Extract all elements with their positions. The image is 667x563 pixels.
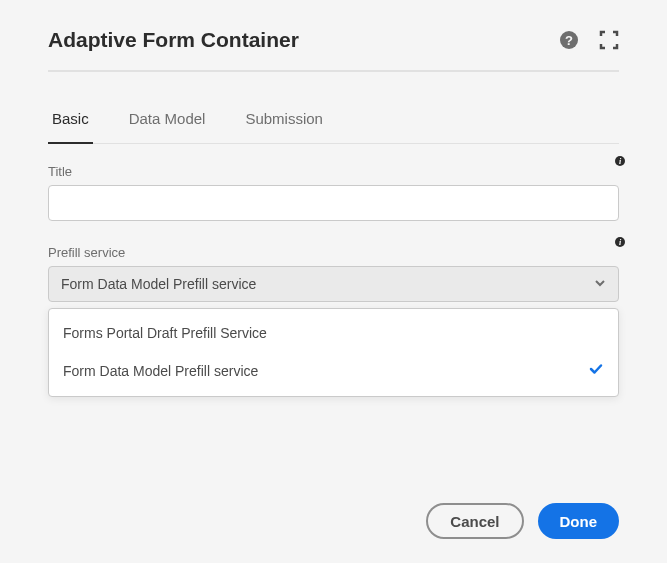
tab-submission[interactable]: Submission (241, 102, 327, 143)
cancel-button[interactable]: Cancel (426, 503, 523, 539)
chevron-down-icon (594, 276, 606, 292)
title-input[interactable] (48, 185, 619, 221)
prefill-option-form-data-model[interactable]: Form Data Model Prefill service (49, 351, 618, 390)
svg-text:?: ? (565, 33, 573, 48)
prefill-label: Prefill service (48, 239, 619, 260)
field-prefill: i Prefill service Form Data Model Prefil… (48, 239, 619, 397)
dialog-title: Adaptive Form Container (48, 28, 299, 52)
done-button[interactable]: Done (538, 503, 620, 539)
tab-basic[interactable]: Basic (48, 102, 93, 143)
info-icon[interactable]: i (615, 237, 625, 247)
tab-panel-basic: i Title i Prefill service Form Data Mode… (48, 158, 619, 397)
dropdown-option-label: Form Data Model Prefill service (63, 363, 258, 379)
prefill-option-forms-portal[interactable]: Forms Portal Draft Prefill Service (49, 315, 618, 351)
fullscreen-icon[interactable] (599, 30, 619, 50)
prefill-select-value: Form Data Model Prefill service (61, 276, 256, 292)
dialog-container: Adaptive Form Container ? Basic Data Mod… (0, 0, 667, 433)
dropdown-option-label: Forms Portal Draft Prefill Service (63, 325, 267, 341)
header-icons: ? (559, 30, 619, 50)
prefill-dropdown: Forms Portal Draft Prefill Service Form … (48, 308, 619, 397)
info-icon[interactable]: i (615, 156, 625, 166)
dialog-header: Adaptive Form Container ? (48, 28, 619, 72)
checkmark-icon (588, 361, 604, 380)
help-icon[interactable]: ? (559, 30, 579, 50)
field-title: i Title (48, 158, 619, 221)
prefill-select[interactable]: Form Data Model Prefill service (48, 266, 619, 302)
tab-data-model[interactable]: Data Model (125, 102, 210, 143)
tabs: Basic Data Model Submission (48, 102, 619, 144)
dialog-footer: Cancel Done (426, 503, 619, 539)
title-label: Title (48, 158, 619, 179)
